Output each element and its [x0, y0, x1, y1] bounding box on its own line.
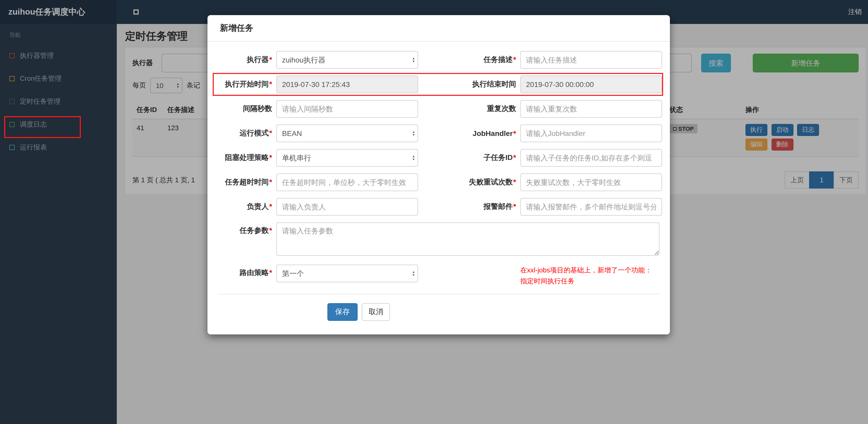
field-label-child-job: 子任务ID* — [418, 153, 520, 163]
cancel-button[interactable]: 取消 — [362, 303, 390, 321]
field-label-repeat: 重复次数 — [418, 104, 520, 113]
interval-input[interactable] — [276, 100, 418, 118]
field-label-executor: 执行器* — [218, 55, 276, 65]
block-strategy-select[interactable]: 单机串行 ▴▾ — [276, 149, 418, 167]
field-label-interval: 间隔秒数 — [218, 104, 276, 113]
field-label-alarm-email: 报警邮件* — [418, 202, 520, 211]
save-button[interactable]: 保存 — [328, 303, 358, 321]
start-time-input[interactable] — [276, 75, 418, 93]
feature-note: 在xxl-jobs项目的基础上，新增了一个功能： 指定时间执行任务 — [520, 265, 659, 287]
add-task-modal: 新增任务 执行器* zuihou执行器 ▴▾ 任务描述* 执行开 — [208, 15, 670, 334]
task-desc-input[interactable] — [520, 51, 662, 69]
run-mode-select[interactable]: BEAN ▴▾ — [276, 125, 418, 142]
field-label-retry: 失败重试次数* — [418, 177, 520, 187]
task-params-textarea[interactable] — [276, 222, 659, 256]
field-label-params: 任务参数* — [218, 222, 276, 235]
route-strategy-select[interactable]: 第一个 ▴▾ — [276, 265, 418, 282]
field-label-task-desc: 任务描述* — [418, 55, 520, 65]
modal-title: 新增任务 — [208, 15, 670, 42]
alarm-email-input[interactable] — [520, 198, 662, 216]
executor-select[interactable]: zuihou执行器 ▴▾ — [276, 51, 418, 69]
app-root: zuihou任务调度中心 注销 导航 执行器管理 Cron任务管理 定时任务管理… — [0, 0, 868, 424]
retry-input[interactable] — [520, 173, 662, 191]
field-label-start-time: 执行开始时间* — [218, 80, 276, 89]
owner-input[interactable] — [276, 198, 418, 216]
field-label-run-mode: 运行模式* — [218, 129, 276, 138]
feature-note-line2: 指定时间执行任务 — [520, 276, 659, 287]
timeout-input[interactable] — [276, 173, 418, 191]
modal-footer: 保存 取消 — [218, 294, 659, 334]
feature-note-line1: 在xxl-jobs项目的基础上，新增了一个功能： — [520, 265, 659, 276]
field-label-owner: 负责人* — [218, 202, 276, 211]
field-label-end-time: 执行结束时间 — [418, 80, 520, 89]
jobhandler-input[interactable] — [520, 125, 662, 142]
child-job-input[interactable] — [520, 149, 662, 167]
field-label-timeout: 任务超时时间* — [218, 177, 276, 187]
field-label-jobhandler: JobHandler* — [418, 129, 520, 137]
field-label-route-strategy: 路由策略* — [218, 265, 276, 278]
repeat-input[interactable] — [520, 100, 662, 118]
field-label-block-strategy: 阻塞处理策略* — [218, 153, 276, 163]
end-time-input[interactable] — [520, 75, 662, 93]
modal-body: 执行器* zuihou执行器 ▴▾ 任务描述* 执行开始时间* — [208, 42, 670, 287]
